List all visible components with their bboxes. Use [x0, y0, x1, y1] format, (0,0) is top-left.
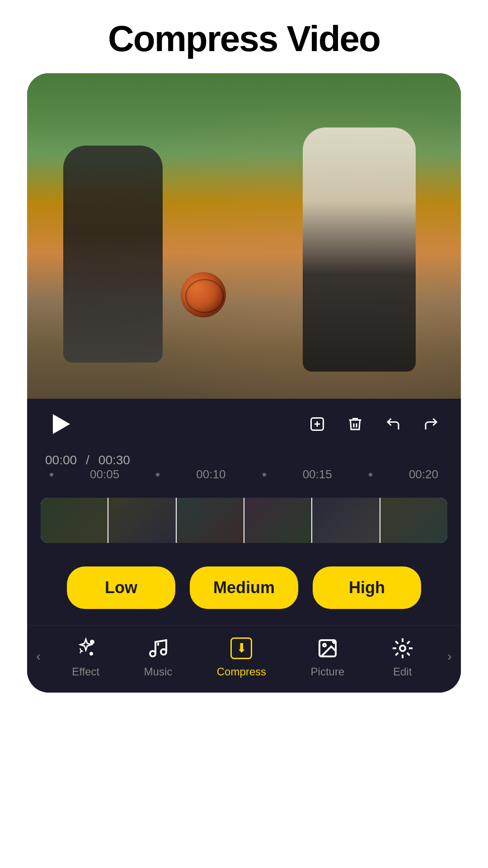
film-frame [380, 498, 447, 543]
svg-point-5 [150, 651, 155, 656]
toolbar-item-compress[interactable]: ⬇ Compress [217, 635, 266, 678]
person-right [303, 127, 416, 372]
redo-button[interactable] [419, 412, 443, 436]
music-icon [145, 635, 172, 662]
timeline-dot [263, 473, 266, 476]
edit-icon [389, 635, 416, 662]
video-preview [27, 73, 461, 399]
bottom-toolbar: ‹ Effect [27, 625, 461, 693]
delete-button[interactable] [343, 412, 367, 436]
film-frame [41, 498, 108, 543]
toolbar-item-music[interactable]: Music [144, 635, 173, 678]
svg-point-12 [400, 646, 405, 651]
timeline-marks: 00:05 00:10 00:15 00:20 [45, 467, 443, 481]
film-frame [177, 498, 244, 543]
toolbar-right-arrow[interactable]: › [438, 649, 461, 664]
phone-card: 00:00 / 00:30 00:05 00:10 00:15 00:20 Lo… [27, 73, 461, 693]
filmstrip-container [27, 489, 461, 552]
edit-label: Edit [393, 665, 412, 678]
compress-icon: ⬇ [228, 635, 255, 662]
quality-high-button[interactable]: High [313, 566, 421, 609]
picture-icon [314, 635, 341, 662]
film-frame [312, 498, 379, 543]
toolbar-item-effect[interactable]: Effect [72, 635, 99, 678]
toolbar-item-edit[interactable]: Edit [389, 635, 416, 678]
toolbar-item-picture[interactable]: Picture [311, 635, 345, 678]
timeline-dot [156, 473, 160, 476]
timeline-dot [50, 473, 53, 476]
svg-point-4 [90, 653, 92, 655]
quality-section: Low Medium High [27, 552, 461, 625]
add-clip-button[interactable] [305, 412, 329, 436]
compress-label: Compress [217, 665, 266, 678]
picture-label: Picture [311, 665, 345, 678]
film-frame [244, 498, 311, 543]
timeline-bar: 00:00 / 00:30 00:05 00:10 00:15 00:20 [27, 449, 461, 489]
time-mark-4: 00:20 [409, 467, 438, 481]
controls-bar [27, 399, 461, 449]
quality-medium-button[interactable]: Medium [190, 566, 298, 609]
music-label: Music [144, 665, 173, 678]
compress-arrow: ⬇ [236, 642, 247, 655]
page-title: Compress Video [108, 18, 380, 60]
svg-point-3 [91, 641, 94, 643]
svg-point-9 [323, 644, 326, 646]
play-button[interactable] [45, 410, 74, 439]
svg-point-6 [161, 649, 166, 655]
film-frame [108, 498, 175, 543]
effect-icon [72, 635, 99, 662]
time-total: 00:30 [99, 453, 130, 467]
timeline-dot [369, 473, 372, 476]
filmstrip [41, 498, 447, 543]
time-separator: / [86, 453, 89, 467]
person-left [63, 146, 163, 363]
time-current: 00:00 [45, 453, 77, 467]
time-display: 00:00 / 00:30 [45, 453, 443, 467]
effect-label: Effect [72, 665, 99, 678]
toolbar-items: Effect Music ⬇ [50, 635, 438, 678]
basketball [181, 272, 226, 317]
time-mark-2: 00:10 [196, 467, 225, 481]
time-mark-3: 00:15 [303, 467, 332, 481]
quality-low-button[interactable]: Low [67, 566, 175, 609]
time-mark-1: 00:05 [90, 467, 119, 481]
toolbar-left-arrow[interactable]: ‹ [27, 649, 50, 664]
control-icons [305, 412, 443, 436]
undo-button[interactable] [381, 412, 405, 436]
play-icon [53, 414, 70, 434]
